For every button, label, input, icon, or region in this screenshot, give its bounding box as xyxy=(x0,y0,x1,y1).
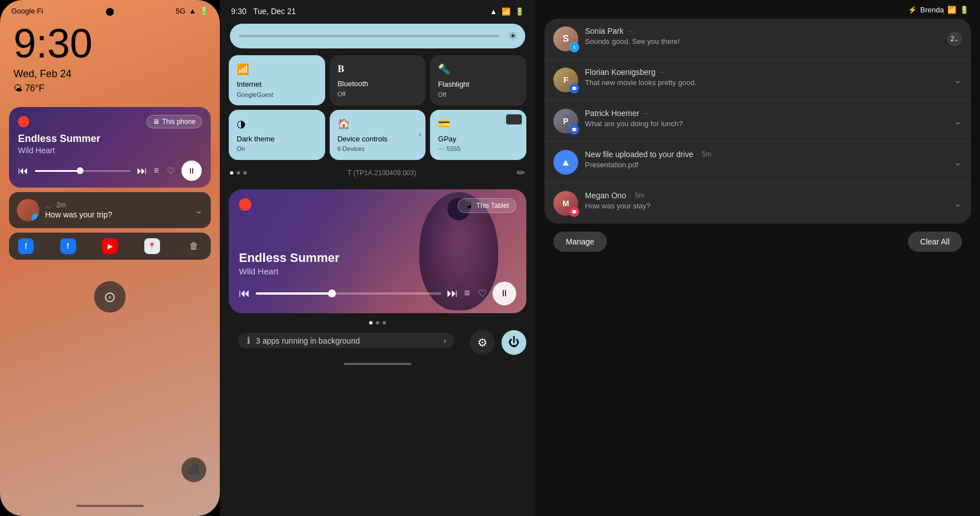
status-username: Brenda xyxy=(920,6,944,14)
florian-message: That new movie looks pretty good. xyxy=(585,78,947,87)
qs-battery-icon: 🔋 xyxy=(515,7,524,16)
qs-music-controls-row: ⏮ ⏭ ≡ ♡ ⏸ xyxy=(239,282,516,305)
qs-tile-darktheme[interactable]: ◑ Dark theme On xyxy=(229,110,325,160)
notif-item-drive[interactable]: ▲ New file uploaded to your drive · 5m P… xyxy=(544,142,971,183)
phone-home-indicator[interactable] xyxy=(76,505,144,507)
megan-expand-icon[interactable]: ⌄ xyxy=(954,197,962,210)
qs-time: 9:30 xyxy=(231,7,246,16)
phone-panel: Google Fi 5G ▲ 🔋 9:30 Wed, Feb 24 🌤 76°F… xyxy=(0,0,220,516)
status-user: ⚡ Brenda 📶 🔋 xyxy=(908,6,969,14)
sonia-name: Sonia Park xyxy=(585,26,623,35)
florian-avatar: F 💬 xyxy=(553,68,578,92)
qs-pause-button[interactable]: ⏸ xyxy=(493,282,516,305)
patrick-name: Patrick Hoemer xyxy=(585,109,639,118)
notif-item-megan[interactable]: M 💬 Megan Ono · 5m How was your stay? ⌄ xyxy=(544,183,971,224)
notif-item-sonia[interactable]: S t Sonia Park ··· Sounds good. See you … xyxy=(544,19,971,60)
qs-brightness-slider[interactable]: ☀ xyxy=(230,24,525,48)
drive-avatar: ▲ xyxy=(553,150,578,175)
phone-carrier: Google Fi xyxy=(11,7,43,15)
patrick-notif-body: Patrick Hoemer ··· What are you doing fo… xyxy=(585,109,947,128)
heart-button[interactable]: ♡ xyxy=(167,166,175,176)
wifi-status-icon: 📶 xyxy=(947,6,956,14)
qs-background-apps-bar[interactable]: ℹ 3 apps running in background › xyxy=(238,333,454,348)
drive-notif-body: New file uploaded to your drive · 5m Pre… xyxy=(585,150,947,169)
qs-edit-button[interactable]: ✏ xyxy=(517,167,525,179)
qs-brightness-row: ☀ xyxy=(220,20,535,55)
qs-pause-icon: ⏸ xyxy=(500,288,509,299)
qs-signal-icon: ▲ xyxy=(490,7,497,16)
queue-button[interactable]: ≡ xyxy=(154,166,159,176)
prev-track-button[interactable]: ⏮ xyxy=(18,165,28,177)
qs-tile-flashlight[interactable]: 🔦 Flashlight Off xyxy=(430,55,526,105)
qs-power-button[interactable]: ⏻ xyxy=(502,330,526,355)
qs-music-info: Endless Summer Wild Heart xyxy=(239,251,516,276)
quicksettings-panel: 9:30 Tue, Dec 21 ▲ 📶 🔋 ☀ 📶 Internet Goog… xyxy=(220,0,535,516)
phone-music-artist: Wild Heart xyxy=(18,146,202,155)
music-progress-bar[interactable] xyxy=(35,170,130,172)
qs-dot-3[interactable] xyxy=(243,171,247,175)
megan-name: Megan Ono xyxy=(585,191,626,200)
twitter-app-badge: t xyxy=(569,42,579,52)
trash-icon[interactable]: 🗑 xyxy=(186,238,202,254)
music-device-badge: 🖥 This phone xyxy=(147,115,202,128)
qs-prev-button[interactable]: ⏮ xyxy=(239,287,250,300)
pause-button[interactable]: ⏸ xyxy=(181,161,202,181)
battery-status-icon: 🔋 xyxy=(960,6,969,14)
qs-queue-button[interactable]: ≡ xyxy=(464,287,470,299)
notif-expand-icon[interactable]: ⌄ xyxy=(194,204,203,216)
fingerprint-button[interactable]: ⊙ xyxy=(94,281,126,313)
monitor-icon: 🖥 xyxy=(153,118,159,126)
qs-page-dots xyxy=(230,167,247,179)
qs-music-dot-2[interactable] xyxy=(376,321,379,324)
phone-network: 5G xyxy=(176,7,185,15)
notifications-panel: ⚡ Brenda 📶 🔋 S t Sonia Park ··· Sounds g… xyxy=(535,0,980,516)
phone-notification-card[interactable]: t ... · 2m How was your trip? ⌄ xyxy=(9,192,211,228)
qs-tile-devicecontrols[interactable]: 🏠 Device controls 6 Devices › xyxy=(330,110,426,160)
chevron-down-icon: ⌄ xyxy=(954,36,959,42)
device-tile-icon: 🏠 xyxy=(338,118,418,130)
notif-item-patrick[interactable]: P 💬 Patrick Hoemer ··· What are you doin… xyxy=(544,101,971,142)
next-track-button[interactable]: ⏭ xyxy=(137,165,147,177)
qs-music-dot-3[interactable] xyxy=(383,321,386,324)
qs-build-row: T (TP1A.2100409.003) ✏ xyxy=(220,164,535,185)
notif-sender-avatar: t xyxy=(17,199,39,221)
qs-tile-bluetooth[interactable]: 𝐁 Bluetooth Off xyxy=(330,55,426,105)
wifi-tile-icon: 📶 xyxy=(237,63,317,75)
youtube-icon[interactable]: ▶ xyxy=(102,238,118,254)
music-playing-icon xyxy=(18,116,29,127)
patrick-avatar: P 💬 xyxy=(553,109,578,134)
patrick-expand-icon[interactable]: ⌄ xyxy=(954,115,962,127)
notif-footer: Manage Clear All xyxy=(544,224,971,260)
device-controls-arrow: › xyxy=(419,131,421,139)
qs-music-dot-1[interactable] xyxy=(369,321,373,324)
clear-all-button[interactable]: Clear All xyxy=(908,232,962,252)
florian-expand-icon[interactable]: ⌄ xyxy=(954,74,962,86)
qs-music-content: 📱 This Tablet Endless Summer Wild Heart … xyxy=(229,189,526,313)
facebook2-icon[interactable]: f xyxy=(60,238,76,254)
qs-dot-1[interactable] xyxy=(230,171,233,175)
qs-heart-button[interactable]: ♡ xyxy=(478,287,487,300)
phone-music-card[interactable]: 🖥 This phone Endless Summer Wild Heart ⏮… xyxy=(9,107,211,188)
qs-home-indicator[interactable] xyxy=(344,363,411,365)
facebook-icon[interactable]: f xyxy=(18,238,34,254)
qs-music-card[interactable]: 📱 This Tablet Endless Summer Wild Heart … xyxy=(229,189,526,313)
qs-settings-button[interactable]: ⚙ xyxy=(470,330,495,355)
manage-button[interactable]: Manage xyxy=(553,232,607,252)
notif-status-bar: ⚡ Brenda 📶 🔋 xyxy=(535,0,980,19)
florian-notif-body: Florian Koenigsberg ··· That new movie l… xyxy=(585,68,947,87)
qs-music-progress[interactable] xyxy=(256,292,441,295)
drive-expand-icon[interactable]: ⌄ xyxy=(954,156,962,168)
qs-tile-internet[interactable]: 📶 Internet GoogleGuest xyxy=(229,55,325,105)
qs-dot-2[interactable] xyxy=(237,171,240,175)
notif-item-florian[interactable]: F 💬 Florian Koenigsberg ··· That new mov… xyxy=(544,60,971,101)
patrick-message: What are you doing for lunch? xyxy=(585,119,947,128)
phone-date: Wed, Feb 24 xyxy=(0,64,220,82)
qs-tile-gpay[interactable]: 💳 GPay ···· 5555 xyxy=(430,110,526,160)
maps-icon[interactable]: 📍 xyxy=(144,238,160,254)
notifications-list: S t Sonia Park ··· Sounds good. See you … xyxy=(544,19,971,224)
recents-button[interactable]: ⬛ xyxy=(181,457,206,482)
phone-camera-dot xyxy=(106,8,114,16)
megan-notif-body: Megan Ono · 5m How was your stay? xyxy=(585,191,947,210)
qs-next-button[interactable]: ⏭ xyxy=(447,287,458,300)
darkmode-tile-icon: ◑ xyxy=(237,118,317,130)
